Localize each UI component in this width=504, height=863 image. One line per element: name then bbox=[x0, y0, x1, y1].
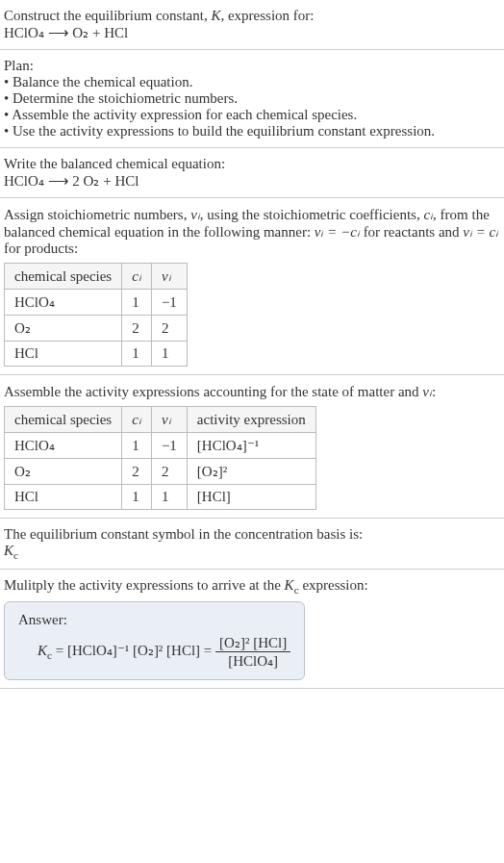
balanced-prompt: Write the balanced chemical equation: bbox=[4, 156, 500, 172]
answer-box: Answer: Kc = [HClO₄]⁻¹ [O₂]² [HCl] = [O₂… bbox=[4, 601, 305, 680]
nu-i-2: νᵢ bbox=[422, 384, 432, 399]
cell-v: 2 bbox=[151, 459, 187, 485]
plan-title: Plan: bbox=[4, 58, 500, 74]
activity-intro-a: Assemble the activity expressions accoun… bbox=[4, 384, 422, 399]
table-header-row: chemical species cᵢ νᵢ activity expressi… bbox=[5, 407, 316, 433]
k-symbol: K bbox=[211, 8, 220, 23]
cell-sp: HCl bbox=[5, 485, 122, 510]
cell-v: 2 bbox=[151, 316, 187, 342]
plan-item-3: • Assemble the activity expression for e… bbox=[4, 107, 500, 123]
table-row: HClO₄ 1 −1 bbox=[5, 290, 188, 316]
stoich-table: chemical species cᵢ νᵢ HClO₄ 1 −1 O₂ 2 2… bbox=[4, 263, 188, 367]
cell-c: 1 bbox=[122, 485, 152, 510]
denominator: [HClO₄] bbox=[215, 652, 290, 670]
multiply-b: expression: bbox=[299, 577, 368, 593]
fraction: [O₂]² [HCl] [HClO₄] bbox=[215, 634, 290, 670]
cell-sp: O₂ bbox=[5, 459, 122, 485]
prompt-text-a: Construct the equilibrium constant, bbox=[4, 8, 211, 23]
table-row: HCl 1 1 [HCl] bbox=[5, 485, 316, 510]
table-row: HCl 1 1 bbox=[5, 342, 188, 367]
construct-prompt: Construct the equilibrium constant, K, e… bbox=[4, 8, 500, 24]
plan-item-4: • Use the activity expressions to build … bbox=[4, 123, 500, 140]
col-nui: νᵢ bbox=[151, 264, 187, 290]
rel-2: νᵢ = cᵢ bbox=[463, 224, 498, 240]
nu-i: νᵢ bbox=[190, 207, 200, 222]
symbol-section: The equilibrium constant symbol in the c… bbox=[0, 519, 504, 570]
stoich-intro-e: for products: bbox=[4, 241, 78, 256]
col-activity: activity expression bbox=[187, 407, 315, 433]
activity-section: Assemble the activity expressions accoun… bbox=[0, 375, 504, 519]
col-species: chemical species bbox=[5, 407, 122, 433]
cell-c: 2 bbox=[122, 316, 152, 342]
col-ci: cᵢ bbox=[122, 264, 152, 290]
cell-c: 1 bbox=[122, 290, 152, 316]
table-row: O₂ 2 2 bbox=[5, 316, 188, 342]
cell-a: [O₂]² bbox=[187, 459, 315, 485]
kc-symbol: Kc bbox=[4, 543, 500, 561]
table-row: O₂ 2 2 [O₂]² bbox=[5, 459, 316, 485]
kc-eq: Kc = [HClO₄]⁻¹ [O₂]² [HCl] = bbox=[38, 643, 215, 658]
cell-a: [HClO₄]⁻¹ bbox=[187, 433, 315, 459]
col-ci: cᵢ bbox=[122, 407, 152, 433]
cell-c: 1 bbox=[122, 342, 152, 367]
col-nui: νᵢ bbox=[151, 407, 187, 433]
cell-c: 1 bbox=[122, 433, 152, 459]
activity-intro: Assemble the activity expressions accoun… bbox=[4, 383, 500, 400]
initial-reaction: HClO₄ ⟶ O₂ + HCl bbox=[4, 24, 500, 41]
numerator: [O₂]² [HCl] bbox=[215, 634, 290, 652]
activity-intro-b: : bbox=[432, 384, 436, 399]
table-row: HClO₄ 1 −1 [HClO₄]⁻¹ bbox=[5, 433, 316, 459]
cell-sp: HCl bbox=[5, 342, 122, 367]
cell-v: 1 bbox=[151, 342, 187, 367]
answer-expression: Kc = [HClO₄]⁻¹ [O₂]² [HCl] = [O₂]² [HCl]… bbox=[18, 628, 290, 670]
activity-table: chemical species cᵢ νᵢ activity expressi… bbox=[4, 406, 316, 510]
cell-v: −1 bbox=[151, 433, 187, 459]
multiply-section: Mulitply the activity expressions to arr… bbox=[0, 570, 504, 689]
prompt-text-b: , expression for: bbox=[220, 8, 314, 23]
col-species: chemical species bbox=[5, 264, 122, 290]
answer-label: Answer: bbox=[18, 612, 290, 628]
multiply-line: Mulitply the activity expressions to arr… bbox=[4, 577, 500, 596]
header-section: Construct the equilibrium constant, K, e… bbox=[0, 0, 504, 50]
stoich-intro-b: , using the stoichiometric coefficients, bbox=[200, 207, 424, 222]
cell-c: 2 bbox=[122, 459, 152, 485]
kc-inline: Kc bbox=[285, 577, 299, 593]
stoich-intro-a: Assign stoichiometric numbers, bbox=[4, 207, 190, 222]
stoich-intro-d: for reactants and bbox=[360, 224, 463, 240]
rel-1: νᵢ = −cᵢ bbox=[315, 224, 360, 240]
table-header-row: chemical species cᵢ νᵢ bbox=[5, 264, 188, 290]
stoich-intro: Assign stoichiometric numbers, νᵢ, using… bbox=[4, 206, 500, 257]
stoich-section: Assign stoichiometric numbers, νᵢ, using… bbox=[0, 198, 504, 375]
cell-a: [HCl] bbox=[187, 485, 315, 510]
cell-v: −1 bbox=[151, 290, 187, 316]
plan-section: Plan: • Balance the chemical equation. •… bbox=[0, 50, 504, 148]
balanced-section: Write the balanced chemical equation: HC… bbox=[0, 148, 504, 198]
c-i: cᵢ bbox=[423, 207, 433, 222]
plan-item-1: • Balance the chemical equation. bbox=[4, 74, 500, 90]
plan-item-2: • Determine the stoichiometric numbers. bbox=[4, 90, 500, 107]
cell-sp: HClO₄ bbox=[5, 433, 122, 459]
cell-sp: HClO₄ bbox=[5, 290, 122, 316]
symbol-line: The equilibrium constant symbol in the c… bbox=[4, 526, 500, 543]
multiply-a: Mulitply the activity expressions to arr… bbox=[4, 577, 285, 593]
cell-sp: O₂ bbox=[5, 316, 122, 342]
balanced-equation: HClO₄ ⟶ 2 O₂ + HCl bbox=[4, 172, 500, 190]
cell-v: 1 bbox=[151, 485, 187, 510]
